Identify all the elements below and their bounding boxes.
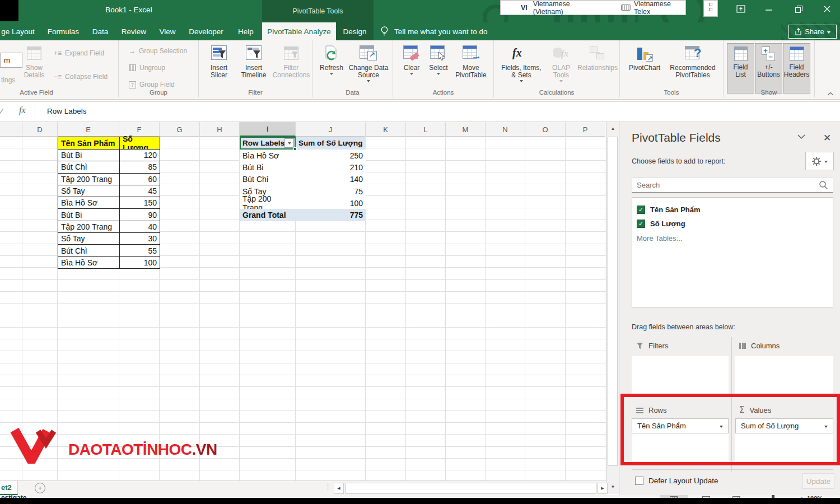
pane-close-button[interactable]: ✕: [823, 132, 831, 144]
rows-field-pill[interactable]: Tên Sản Phẩm: [632, 418, 729, 433]
more-tables-link[interactable]: More Tables...: [637, 234, 833, 242]
formula-bar[interactable]: ✓ fx Row Labels: [0, 101, 840, 122]
pivot-table[interactable]: Row Labels Sum of Số Lượng Bìa Hồ Sơ 250…: [240, 137, 366, 221]
ribbon-display-options-button[interactable]: [728, 0, 754, 18]
product-cell[interactable]: Bút Bi: [58, 150, 120, 161]
collapse-field-button[interactable]: −≡ Collapse Field: [54, 73, 108, 81]
quantity-cell[interactable]: 85: [120, 161, 160, 173]
pivot-header-row[interactable]: Row Labels Sum of Số Lượng: [240, 137, 366, 150]
defer-layout-checkbox[interactable]: [635, 477, 643, 485]
field-settings-button[interactable]: tings: [1, 76, 15, 84]
column-header[interactable]: [0, 122, 22, 137]
minimize-button[interactable]: [756, 0, 782, 18]
field-list-toggle[interactable]: Field List: [727, 43, 754, 94]
quantity-cell[interactable]: 45: [120, 185, 160, 197]
column-headers[interactable]: D E F G H I J K L M N O P: [0, 122, 605, 137]
quantity-cell[interactable]: 120: [120, 150, 160, 161]
quantity-cell[interactable]: 150: [120, 197, 160, 209]
grand-total-label[interactable]: Grand Total: [240, 209, 296, 221]
quantity-cell[interactable]: 60: [120, 174, 160, 185]
quantity-cell[interactable]: 90: [120, 209, 160, 221]
table-row[interactable]: Bút Chì 85: [58, 161, 160, 173]
tab-design[interactable]: Design: [336, 22, 374, 40]
tab-developer[interactable]: Developer: [185, 22, 227, 40]
column-header-O[interactable]: O: [525, 122, 566, 137]
header-cell[interactable]: Tên Sản Phẩm: [58, 137, 120, 150]
product-cell[interactable]: Bìa Hồ Sơ: [58, 257, 120, 269]
change-data-source-button[interactable]: ↗ Change Data Source: [346, 44, 391, 82]
clear-button[interactable]: Clear: [399, 44, 424, 75]
share-button[interactable]: Share: [788, 25, 837, 39]
table-row[interactable]: Sổ Tay 45: [58, 185, 160, 197]
column-header-L[interactable]: L: [406, 122, 446, 137]
worksheet-grid[interactable]: D E F G H I J K L M N O P Tên Sản Phẩm S…: [0, 122, 606, 480]
column-header-P[interactable]: P: [566, 122, 605, 137]
column-header-E[interactable]: E: [58, 122, 119, 137]
values-field-pill[interactable]: Sum of Số Lượng: [735, 418, 833, 433]
vertical-scrollbar[interactable]: ▲ ▼: [606, 122, 619, 494]
product-cell[interactable]: Bút Bi: [58, 209, 120, 221]
column-header-J[interactable]: J: [296, 122, 366, 137]
select-button[interactable]: Select: [426, 44, 451, 75]
pivot-row[interactable]: Bút Bi 210: [240, 161, 366, 173]
column-header-K[interactable]: K: [366, 122, 406, 137]
pivot-value-cell[interactable]: 100: [296, 197, 366, 209]
pivot-row[interactable]: Bìa Hồ Sơ 250: [240, 150, 366, 161]
expand-field-button[interactable]: +≡ Expand Field: [54, 49, 104, 57]
insert-timeline-button[interactable]: Insert Timeline: [236, 44, 272, 79]
product-cell[interactable]: Tập 200 Trang: [58, 174, 120, 185]
quantity-cell[interactable]: 55: [120, 245, 160, 256]
add-sheet-button[interactable]: +: [35, 483, 45, 493]
tab-data[interactable]: Data: [88, 22, 112, 40]
group-selection-button[interactable]: → Group Selection: [129, 47, 187, 55]
pivot-value-cell[interactable]: 250: [296, 150, 366, 161]
table-row[interactable]: Bút Bi 120: [58, 150, 160, 161]
ime-name[interactable]: Vietnamese Telex: [634, 0, 685, 16]
pivot-label-cell[interactable]: Bìa Hồ Sơ: [240, 150, 296, 161]
language-bar-grip[interactable]: [703, 0, 718, 17]
language-bar[interactable]: VI Vietnamese (Vietnam) Vietnamese Telex: [500, 0, 686, 15]
product-cell[interactable]: Bút Chì: [58, 161, 120, 173]
tab-review[interactable]: Review: [118, 22, 150, 40]
pivot-value-cell[interactable]: 75: [296, 185, 366, 197]
header-cell[interactable]: Số Lượng: [120, 137, 160, 150]
columns-drop-area[interactable]: [735, 356, 833, 397]
column-header-D[interactable]: D: [22, 122, 58, 137]
relationships-button[interactable]: Relationships: [577, 44, 618, 72]
pivot-label-cell[interactable]: Bút Chì: [240, 174, 296, 185]
pane-options-chevron-icon[interactable]: [797, 134, 805, 139]
formula-content[interactable]: Row Labels: [47, 107, 87, 115]
table-row[interactable]: Tập 200 Trang 40: [58, 221, 160, 233]
quantity-cell[interactable]: 40: [120, 221, 160, 233]
insert-slicer-button[interactable]: Insert Slicer: [203, 44, 235, 79]
recommended-pivottables-button[interactable]: ? Recommended PivotTables: [665, 44, 721, 79]
tab-page-layout[interactable]: ge Layout: [0, 22, 36, 40]
quantity-cell[interactable]: 30: [120, 233, 160, 245]
product-cell[interactable]: Sổ Tay: [58, 185, 120, 197]
values-header-cell[interactable]: Sum of Số Lượng: [296, 137, 366, 150]
pane-tools-button[interactable]: [805, 152, 834, 170]
table-row[interactable]: Sổ Tay 30: [58, 233, 160, 245]
scrollbar-thumb[interactable]: [608, 137, 618, 466]
horizontal-scrollbar-thumb[interactable]: [346, 483, 596, 494]
language-abbr[interactable]: VI: [521, 4, 528, 12]
source-table-header[interactable]: Tên Sản Phẩm Số Lượng: [58, 137, 160, 150]
collapse-ribbon-icon[interactable]: [828, 91, 833, 96]
column-header-G[interactable]: G: [160, 122, 200, 137]
sheet-tab[interactable]: et2: [0, 481, 18, 495]
fields-items-sets-button[interactable]: fx Fields, Items, & Sets: [498, 44, 544, 82]
pivotchart-button[interactable]: ↗ PivotChart: [626, 44, 664, 72]
move-pivottable-button[interactable]: → Move PivotTable: [452, 44, 489, 79]
tab-formulas[interactable]: Formulas: [45, 22, 82, 40]
tab-help[interactable]: Help: [233, 22, 259, 40]
show-details-button[interactable]: Show Details: [18, 44, 50, 79]
pivot-row[interactable]: Bút Chì 140: [240, 174, 366, 185]
product-cell[interactable]: Tập 200 Trang: [58, 221, 120, 233]
source-data-table[interactable]: Tên Sản Phẩm Số Lượng Bút Bi 120 Bút Chì…: [58, 137, 160, 269]
tab-view[interactable]: View: [156, 22, 179, 40]
pivot-label-cell[interactable]: Tập 200 Trang: [240, 197, 296, 209]
table-row[interactable]: Bìa Hồ Sơ 150: [58, 197, 160, 209]
product-cell[interactable]: Sổ Tay: [58, 233, 120, 245]
fill-handle[interactable]: [293, 147, 297, 151]
filter-dropdown-button[interactable]: [284, 138, 294, 148]
